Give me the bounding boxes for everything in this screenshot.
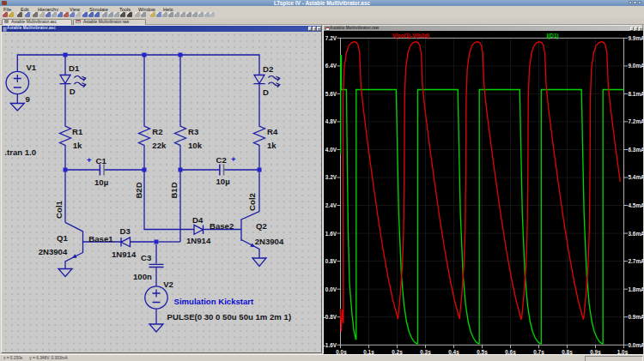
svg-text:Col2: Col2	[247, 193, 257, 211]
svg-text:1.6V: 1.6V	[325, 231, 337, 237]
svg-text:10µ: 10µ	[216, 177, 230, 186]
svg-text:3.6mA: 3.6mA	[629, 231, 644, 237]
svg-text:.tran 1.0: .tran 1.0	[4, 147, 36, 157]
svg-text:Base1: Base1	[88, 234, 113, 244]
svg-text:6.3mA: 6.3mA	[629, 147, 644, 153]
svg-text:+: +	[231, 154, 236, 164]
svg-text:4.0V: 4.0V	[325, 147, 337, 153]
svg-text:D2: D2	[263, 64, 273, 74]
svg-text:D1: D1	[69, 63, 80, 73]
svg-text:C1: C1	[96, 156, 107, 165]
svg-text:7.2mA: 7.2mA	[629, 118, 644, 124]
svg-text:2.7mA: 2.7mA	[629, 258, 644, 264]
svg-text:3.2V: 3.2V	[325, 174, 337, 180]
svg-text:R2: R2	[152, 127, 162, 136]
svg-text:2N3904: 2N3904	[39, 247, 68, 256]
svg-text:6.4V: 6.4V	[325, 63, 337, 69]
svg-text:R1: R1	[72, 127, 83, 136]
svg-text:C2: C2	[216, 155, 227, 165]
svg-text:4.5mA: 4.5mA	[629, 202, 644, 208]
svg-text:V2: V2	[163, 280, 173, 289]
svg-text:C3: C3	[141, 253, 151, 262]
svg-text:10k: 10k	[188, 141, 203, 150]
svg-text:0.8V: 0.8V	[325, 258, 337, 264]
svg-text:D: D	[70, 87, 76, 96]
svg-text:2N3904: 2N3904	[255, 237, 284, 246]
svg-text:B1D: B1D	[169, 182, 179, 198]
svg-text:B2D: B2D	[134, 182, 143, 198]
svg-text:0.9mA: 0.9mA	[629, 314, 644, 320]
svg-text:1k: 1k	[73, 141, 82, 150]
svg-text:7.2V: 7.2V	[325, 35, 337, 41]
svg-text:2.4V: 2.4V	[325, 202, 337, 208]
svg-text:22k: 22k	[152, 141, 167, 150]
svg-text:D3: D3	[120, 226, 131, 236]
svg-text:Col1: Col1	[54, 200, 64, 218]
svg-text:1.8mA: 1.8mA	[629, 286, 644, 292]
svg-text:5.6V: 5.6V	[325, 91, 337, 97]
svg-text:D: D	[263, 87, 269, 97]
svg-text:1k: 1k	[267, 141, 276, 150]
svg-text:+: +	[87, 155, 92, 165]
svg-text:R3: R3	[188, 127, 198, 136]
svg-text:8.1mA: 8.1mA	[629, 91, 644, 97]
svg-text:PULSE(0 30 0 50u 50u 1m 2m 1): PULSE(0 30 0 50u 50u 1m 2m 1)	[167, 312, 292, 322]
svg-text:I(D1): I(D1)	[546, 33, 558, 39]
svg-text:4.8V: 4.8V	[325, 118, 337, 124]
svg-text:0.0mA: 0.0mA	[629, 342, 644, 348]
svg-text:Q1: Q1	[57, 233, 68, 243]
svg-text:1N914: 1N914	[112, 250, 137, 259]
svg-text:R4: R4	[267, 127, 278, 136]
svg-text:9: 9	[26, 94, 30, 104]
svg-text:9.0mA: 9.0mA	[629, 63, 644, 69]
svg-text:V1: V1	[26, 63, 36, 72]
svg-text:9.9mA: 9.9mA	[629, 35, 644, 41]
svg-text:100n: 100n	[133, 272, 152, 281]
svg-text:0.0V: 0.0V	[325, 286, 337, 292]
svg-text:Simulation Kickstart: Simulation Kickstart	[174, 297, 255, 306]
svg-text:Q2: Q2	[256, 221, 267, 231]
svg-text:V(col1)-V(b2d): V(col1)-V(b2d)	[392, 33, 429, 39]
svg-text:-0.8V: -0.8V	[324, 314, 337, 320]
svg-text:10µ: 10µ	[94, 177, 108, 187]
svg-text:Base2: Base2	[210, 221, 234, 231]
svg-text:-1.6V: -1.6V	[324, 342, 337, 348]
svg-text:1N914: 1N914	[186, 236, 211, 245]
svg-text:D4: D4	[192, 215, 204, 225]
svg-text:5.4mA: 5.4mA	[629, 174, 644, 180]
